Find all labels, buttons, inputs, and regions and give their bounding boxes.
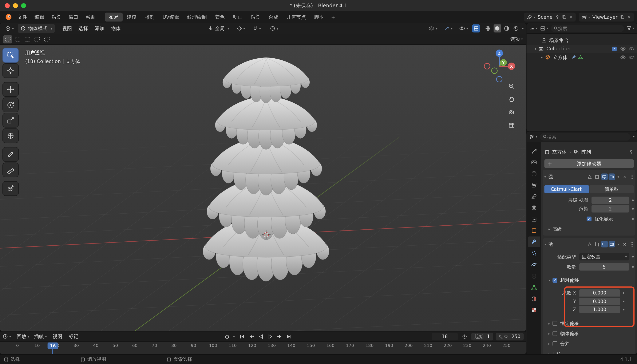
auto-keying-button[interactable] — [223, 332, 231, 340]
uv-header[interactable]: ▸ UV — [544, 350, 634, 354]
menu-object[interactable]: 物体 — [108, 25, 124, 32]
display-mode-icon[interactable] — [540, 26, 546, 31]
workspace-tab[interactable]: 几何节点 — [282, 13, 310, 22]
select-mode-intersect[interactable] — [42, 35, 51, 44]
overlays-button[interactable]: ▾ — [457, 24, 470, 33]
options-button[interactable]: 选项▾ — [510, 36, 523, 43]
tab-physics[interactable] — [528, 259, 540, 270]
fit-type-dropdown[interactable]: 固定数量 ▾ — [579, 253, 629, 260]
outliner-search-input[interactable] — [558, 26, 621, 31]
tab-tool[interactable] — [528, 145, 540, 156]
close-icon[interactable] — [569, 15, 573, 19]
select-mode-set[interactable] — [3, 35, 12, 44]
current-frame-field[interactable]: 18 — [432, 332, 458, 340]
markers-menu[interactable]: 标记 — [66, 333, 82, 340]
workspace-tab[interactable]: 渲染 — [247, 13, 264, 22]
play-button[interactable] — [266, 332, 275, 340]
array-tree-object[interactable] — [195, 48, 341, 292]
breadcrumb-modifier[interactable]: 阵列 — [581, 148, 591, 156]
viewport-canvas[interactable]: 用户透视 (18) Collection | 立方体 — [0, 45, 526, 331]
duplicate-icon[interactable] — [562, 14, 567, 20]
outliner-row-collection[interactable]: ▾ Collection — [526, 45, 637, 53]
editor-type-button[interactable]: ▾ — [2, 24, 16, 33]
playhead-line[interactable] — [52, 349, 53, 354]
relative-offset-header[interactable]: ▾ 相对偏移 — [544, 276, 634, 284]
jump-to-end-button[interactable] — [285, 332, 293, 340]
optimal-display-checkbox[interactable] — [587, 216, 592, 222]
object-offset-checkbox[interactable] — [552, 331, 558, 336]
workspace-tab[interactable]: 动画 — [229, 13, 247, 22]
keying-menu[interactable]: 插帧▾ — [32, 332, 49, 341]
animate-dot[interactable] — [632, 200, 634, 201]
tool-measure[interactable] — [2, 162, 19, 177]
tab-scene[interactable] — [528, 191, 540, 202]
tab-material[interactable] — [528, 293, 540, 304]
modifier-extras-button[interactable]: ▾ — [618, 175, 619, 178]
workspace-tab[interactable]: UV编辑 — [158, 13, 183, 22]
xray-toggle[interactable] — [472, 24, 480, 33]
menu-select[interactable]: 选择 — [75, 25, 92, 32]
tool-cursor[interactable] — [2, 64, 19, 78]
menu-item[interactable]: 窗口 — [65, 13, 82, 22]
frame-end-field[interactable]: 结束250 — [496, 332, 524, 340]
modifier-render-toggle[interactable] — [608, 241, 615, 248]
workspace-tab[interactable]: 布局 — [105, 13, 123, 22]
orientation-selector[interactable]: 全局 ▾ — [205, 24, 232, 33]
menu-item[interactable]: 编辑 — [31, 13, 48, 22]
workspace-tab[interactable]: 建模 — [122, 13, 140, 22]
animate-dot[interactable] — [632, 266, 634, 268]
relative-offset-checkbox[interactable] — [552, 278, 558, 283]
menu-view[interactable]: 视图 — [59, 25, 75, 32]
levels-render-field[interactable]: 2 — [592, 205, 629, 212]
tab-object-data[interactable] — [528, 282, 540, 292]
outliner-row-cube[interactable]: ▸ 立方体 — [526, 53, 637, 62]
factor-z-field[interactable]: 1.000 — [579, 306, 620, 313]
add-modifier-button[interactable]: 添加修改器 — [544, 159, 634, 168]
viewlayer-selector[interactable]: ▾ ViewLayer — [579, 13, 634, 22]
outliner-editor-icon[interactable] — [529, 26, 534, 31]
workspace-tab[interactable]: 脚本 — [310, 13, 328, 22]
pin-icon[interactable] — [555, 14, 560, 20]
simple-button[interactable]: 简单型 — [589, 185, 634, 194]
modifier-on-cage-toggle[interactable] — [587, 173, 593, 180]
subdivision-modifier-header[interactable]: ▾ ▾ — [544, 172, 634, 181]
menu-item[interactable]: 帮助 — [82, 13, 99, 22]
modifier-delete-icon[interactable] — [622, 174, 627, 179]
tab-world[interactable] — [528, 202, 540, 213]
scene-selector[interactable]: ▾ Scene — [524, 13, 576, 22]
select-mode-subtract[interactable] — [23, 35, 32, 44]
shading-solid-button[interactable] — [494, 24, 501, 33]
navigation-gizmo[interactable]: Z X Y — [482, 49, 516, 83]
blender-logo-icon[interactable] — [5, 14, 12, 21]
visibility-button[interactable]: ▾ — [426, 24, 440, 33]
modifier-delete-icon[interactable] — [622, 242, 627, 246]
toggle-ortho-button[interactable] — [506, 120, 517, 131]
menu-item[interactable]: 文件 — [14, 13, 31, 22]
grip-icon[interactable] — [630, 242, 634, 247]
catmull-clark-button[interactable]: Catmull-Clark — [544, 185, 589, 194]
proportional-editing-button[interactable]: ▾ — [267, 24, 281, 33]
snap-button[interactable]: ▾ — [250, 24, 263, 33]
tool-add-cube[interactable] — [2, 181, 19, 196]
breadcrumb-object[interactable]: 立方体 — [552, 148, 567, 156]
add-workspace-button[interactable]: + — [328, 14, 338, 20]
tool-scale[interactable] — [2, 113, 19, 128]
factor-y-field[interactable]: 0.000 — [579, 298, 620, 305]
modifier-realtime-toggle[interactable] — [601, 173, 608, 180]
properties-search[interactable] — [540, 133, 630, 140]
pivot-point-button[interactable]: ▾ — [234, 24, 248, 33]
camera-icon[interactable] — [629, 46, 634, 51]
animate-dot[interactable] — [632, 208, 634, 210]
jump-to-start-button[interactable] — [238, 332, 247, 340]
shading-wireframe-button[interactable] — [484, 24, 492, 33]
merge-header[interactable]: ▸ 合并 — [544, 340, 634, 348]
tab-view-layer[interactable] — [528, 180, 540, 190]
tool-annotate[interactable] — [2, 147, 19, 162]
modifier-render-toggle[interactable] — [608, 173, 615, 180]
outliner-row-scene-collection[interactable]: 场景集合 — [526, 36, 637, 44]
tool-rotate[interactable] — [2, 98, 19, 112]
use-preview-range-button[interactable] — [460, 332, 469, 340]
play-reverse-button[interactable] — [257, 332, 266, 340]
modifier-realtime-toggle[interactable] — [601, 241, 608, 248]
camera-view-button[interactable] — [506, 106, 517, 118]
